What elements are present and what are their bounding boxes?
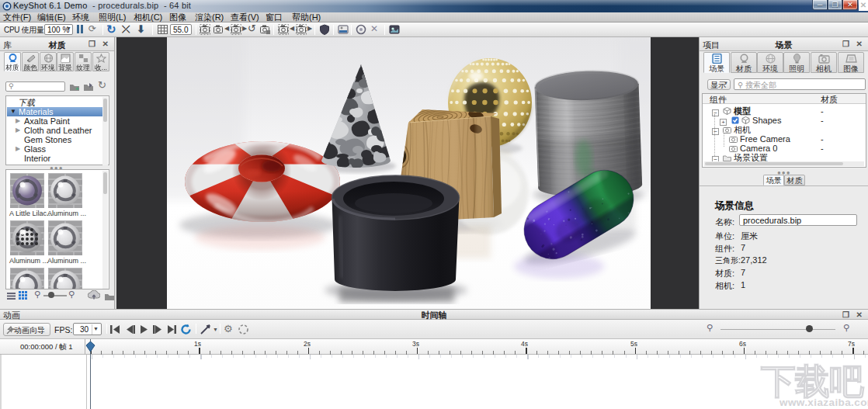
svg-text:+: + (75, 85, 79, 92)
